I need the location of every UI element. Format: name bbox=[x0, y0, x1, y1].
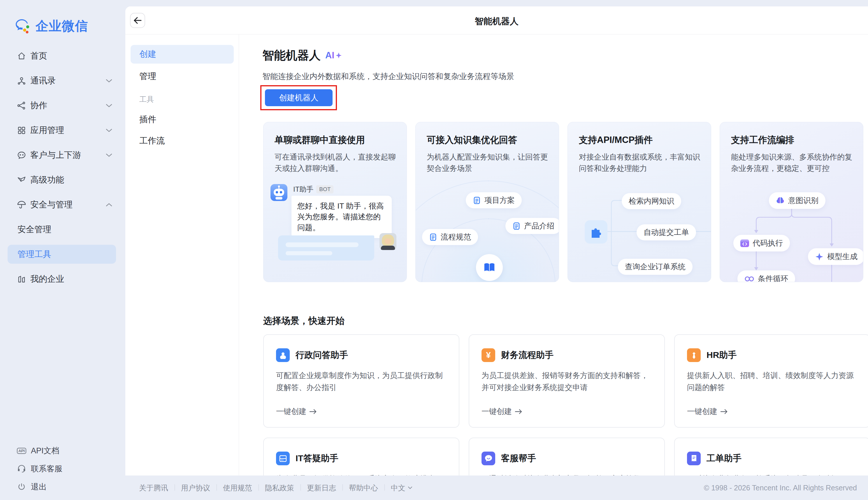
annotation-highlight-box: 创建机器人 bbox=[260, 85, 337, 110]
document-icon bbox=[513, 222, 520, 230]
scenario-title: IT答疑助手 bbox=[295, 453, 338, 464]
user-message-skeleton bbox=[278, 236, 374, 261]
page-header: 智能机器人 bbox=[125, 7, 868, 34]
footer: 关于腾讯 用户协议 使用规范 隐私政策 更新日志 帮助中心 中文 © 1998 … bbox=[0, 476, 868, 500]
subnav-label: 工作流 bbox=[139, 135, 165, 147]
workflow-node-intent: 意图识别 bbox=[769, 192, 825, 209]
page-header-title: 智能机器人 bbox=[125, 15, 868, 27]
sidebar-item-api-docs[interactable]: API API文档 bbox=[0, 442, 125, 460]
sidebar-item-customers[interactable]: 客户与上下游 bbox=[0, 143, 125, 168]
sidebar-item-security-management[interactable]: 安全与管理 bbox=[0, 192, 125, 217]
sidebar-item-security[interactable]: 安全管理 bbox=[0, 217, 125, 242]
sidebar-item-label: 通讯录 bbox=[30, 75, 56, 87]
scenario-card-ticket[interactable]: 工单助手 可对接企业各业务工单系统，帮助员工自助提 bbox=[674, 438, 868, 476]
subnav-item-create[interactable]: 创建 bbox=[131, 45, 234, 64]
node-label: 意图识别 bbox=[788, 195, 819, 206]
footer-link-agreement[interactable]: 用户协议 bbox=[175, 483, 216, 493]
chevron-down-icon bbox=[106, 153, 113, 157]
arrow-right-icon bbox=[515, 409, 522, 414]
feature-desc: 为机器人配置业务知识集，让回答更契合业务场景 bbox=[427, 151, 549, 174]
sparkle-icon bbox=[335, 52, 342, 59]
sidebar-item-advanced[interactable]: 高级功能 bbox=[0, 168, 125, 192]
ai-badge: AI bbox=[325, 50, 342, 61]
footer-link-usage[interactable]: 使用规范 bbox=[216, 483, 259, 493]
footer-link-help[interactable]: 帮助中心 bbox=[342, 483, 385, 493]
workflow-node-code: 代码执行 bbox=[734, 235, 790, 251]
sidebar-item-label: 管理工具 bbox=[17, 249, 51, 260]
footer-link-about[interactable]: 关于腾讯 bbox=[133, 483, 175, 493]
feature-card-workflow: 支持工作流编排 能处理多知识来源、多系统协作的复杂业务流程，更稳定、更可控 意图… bbox=[720, 122, 863, 282]
scenario-desc: 为企业员工提供软件使用、系统安全、故障排查 bbox=[276, 473, 447, 476]
pill-label: 流程规范 bbox=[441, 232, 471, 242]
app-logo: 企业微信 bbox=[13, 17, 88, 35]
one-click-create-link[interactable]: 一键创建 bbox=[276, 406, 317, 417]
one-click-create-link[interactable]: 一键创建 bbox=[481, 406, 522, 417]
feature-desc: 可在通讯录找到机器人，直接发起聊天或拉入群聊沟通。 bbox=[274, 151, 397, 174]
feature-card-knowledge: 可接入知识集优化回答 为机器人配置业务知识集，让回答更契合业务场景 项目方案 产… bbox=[415, 122, 559, 282]
footer-language-selector[interactable]: 中文 bbox=[385, 483, 419, 493]
yuan-icon: ¥ bbox=[481, 348, 495, 362]
sidebar-item-label: 联系客服 bbox=[31, 464, 62, 474]
sidebar-item-collaboration[interactable]: 协作 bbox=[0, 93, 125, 118]
secondary-nav: 创建 管理 工具 插件 工作流 bbox=[125, 34, 239, 476]
scenario-title: 客服帮手 bbox=[501, 453, 536, 464]
sidebar-item-label: API文档 bbox=[31, 445, 59, 456]
footer-link-changelog[interactable]: 更新日志 bbox=[301, 483, 342, 493]
wecom-logo-icon bbox=[13, 17, 32, 35]
create-robot-button[interactable]: 创建机器人 bbox=[265, 89, 332, 106]
book-icon bbox=[476, 254, 503, 281]
headset-icon bbox=[17, 464, 26, 474]
subnav-item-plugins[interactable]: 插件 bbox=[131, 110, 234, 129]
subnav-item-workflow[interactable]: 工作流 bbox=[131, 132, 234, 150]
bot-message-bubble: 您好，我是 IT 助手，很高兴为您服务。请描述您的问题。 bbox=[292, 196, 392, 238]
chevron-down-icon bbox=[106, 128, 113, 133]
bot-name: IT助手 bbox=[293, 185, 313, 194]
scenario-row-1: 行政问答助手 可配置企业规章制度作为知识，为员工提供行政制度解答、办公指引 一键… bbox=[263, 334, 865, 428]
scenario-card-hr[interactable]: HR助手 提供新人入职、招聘、培训、绩效制度等人力资源问题的解答 一键创建 bbox=[674, 334, 868, 428]
sidebar-item-my-enterprise[interactable]: 我的企业 bbox=[0, 266, 125, 292]
tie-icon bbox=[687, 348, 701, 362]
pill-label: 项目方案 bbox=[484, 195, 515, 205]
receipt-icon bbox=[687, 452, 701, 465]
sidebar-item-label: 协作 bbox=[30, 100, 47, 111]
footer-copyright: © 1998 - 2026 Tencent Inc. All Rights Re… bbox=[704, 484, 857, 492]
share-nodes-icon bbox=[16, 101, 26, 111]
scenario-desc: 可通过插件对接企业内部商品、订单、客户等数 bbox=[481, 473, 652, 476]
subnav-section-tools: 工具 bbox=[139, 94, 154, 104]
sidebar-item-support[interactable]: 联系客服 bbox=[0, 460, 125, 478]
one-click-create-link[interactable]: 一键创建 bbox=[687, 406, 728, 417]
scenario-card-it-helpdesk[interactable]: IT答疑助手 为企业员工提供软件使用、系统安全、故障排查 bbox=[263, 438, 459, 476]
subnav-item-manage[interactable]: 管理 bbox=[131, 67, 234, 86]
pill-label: 检索内网知识 bbox=[629, 196, 674, 206]
app-logo-text: 企业微信 bbox=[36, 18, 88, 35]
knowledge-pill: 项目方案 bbox=[466, 192, 522, 208]
chevron-down-icon bbox=[106, 79, 113, 83]
scenario-card-admin-qa[interactable]: 行政问答助手 可配置企业规章制度作为知识，为员工提供行政制度解答、办公指引 一键… bbox=[263, 334, 459, 428]
building-icon bbox=[16, 274, 26, 284]
scenario-card-customer-service[interactable]: 客服帮手 可通过插件对接企业内部商品、订单、客户等数 bbox=[469, 438, 665, 476]
puzzle-icon bbox=[585, 220, 607, 243]
node-label: 代码执行 bbox=[753, 238, 783, 248]
footer-link-privacy[interactable]: 隐私政策 bbox=[259, 483, 301, 493]
pill-label: 产品介绍 bbox=[524, 221, 554, 231]
feature-desc: 对接企业自有数据或系统，丰富知识问答和业务处理能力 bbox=[579, 151, 701, 174]
scenario-card-finance[interactable]: ¥ 财务流程助手 为员工提供差旅、报销等财务方面的支持和解答，并可对接企业财务系… bbox=[469, 334, 665, 428]
brain-icon bbox=[776, 196, 785, 205]
sidebar-item-contacts[interactable]: 通讯录 bbox=[0, 68, 125, 93]
plugin-pill: 查询企业订单系统 bbox=[618, 259, 693, 275]
arrow-right-icon bbox=[309, 409, 317, 414]
main-panel: 智能机器人 创建 管理 工具 插件 工作流 智能机器人 AI 智能连接企业内外数… bbox=[125, 7, 868, 476]
sidebar-item-home[interactable]: 首页 bbox=[0, 44, 125, 68]
node-label: 条件循环 bbox=[758, 274, 788, 282]
sidebar: 企业微信 首页 通讯录 协作 bbox=[0, 0, 125, 500]
sidebar-item-apps[interactable]: 应用管理 bbox=[0, 118, 125, 143]
sidebar-item-admin-tools[interactable]: 管理工具 bbox=[0, 242, 125, 266]
hero: 智能机器人 AI bbox=[262, 47, 342, 63]
scenario-heading: 选择场景，快速开始 bbox=[263, 315, 344, 327]
language-label: 中文 bbox=[391, 483, 406, 493]
scenario-desc: 可配置企业规章制度作为知识，为员工提供行政制度解答、办公指引 bbox=[276, 370, 447, 394]
link-label: 一键创建 bbox=[481, 406, 512, 417]
flag-icon bbox=[16, 175, 26, 185]
page-subtitle: 智能连接企业内外数据和系统，支持企业知识问答和复杂业务流程等场景 bbox=[262, 71, 514, 82]
chevron-up-icon bbox=[106, 203, 113, 207]
